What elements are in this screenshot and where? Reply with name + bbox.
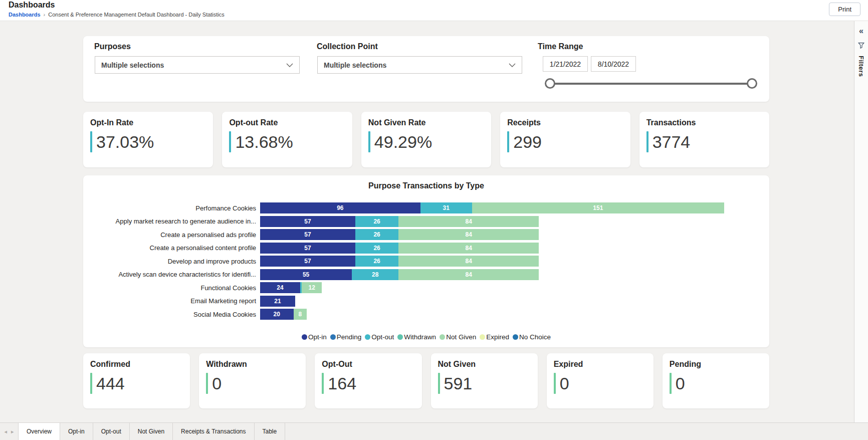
kpi-value-row: 3774 [646,131,762,152]
kpi-value: 3774 [653,131,691,152]
chart-bar-segment-opt-out[interactable]: 26 [355,229,399,240]
tab-table[interactable]: Table [255,423,286,440]
kpi-value-row: 164 [322,373,414,394]
chart-bar-segment-not-given[interactable]: 8 [294,309,307,320]
kpi-value: 591 [444,373,473,394]
chart-bar-segment-opt-in[interactable]: 57 [260,216,355,227]
kpi-label: Opt-Out [322,360,414,369]
purposes-dropdown[interactable]: Multiple selections [95,56,300,74]
kpi-value: 37.03% [96,131,154,152]
chart-bar-segment-opt-out[interactable]: 31 [420,202,472,213]
kpi-accent-bar [646,131,648,152]
breadcrumb-current: Consent & Preference Management Default … [48,12,225,18]
chart-bar-stack: 21 [260,296,761,307]
kpi-card: Opt-In Rate37.03% [83,112,213,167]
print-button[interactable]: Print [829,3,860,16]
chart-bar-segment-opt-out[interactable]: 28 [352,269,398,280]
tab-overview[interactable]: Overview [18,423,60,440]
chart-bar-segment-opt-out[interactable]: 26 [355,216,399,227]
kpi-value-row: 444 [90,373,183,394]
chart-bar-segment-not-given[interactable]: 84 [398,243,539,254]
chart-bar-segment-opt-in[interactable]: 57 [260,256,355,267]
legend-item-expired[interactable]: Expired [480,333,509,341]
chart-bar-stack: 9631151 [260,202,761,213]
legend-label: Pending [337,333,362,341]
legend-dot-icon [480,334,485,340]
kpi-card: Transactions3774 [639,112,769,167]
kpi-value: 0 [212,373,222,394]
chart-bar-segment-opt-in[interactable]: 24 [260,282,300,293]
chart-bar-segment-not-given[interactable]: 12 [302,282,322,293]
filter-bar-card: Purposes Multiple selections Collection … [83,36,769,102]
chart-legend: Opt-inPendingOpt-outWithdrawnNot GivenEx… [83,333,769,341]
tab-opt-in[interactable]: Opt-in [60,423,93,440]
time-range-slider-track[interactable] [550,83,752,85]
chart-bar-segment-not-given[interactable]: 151 [472,202,724,213]
chart-bar-segment-opt-in[interactable]: 21 [260,296,295,307]
chart-bar-segment-opt-in[interactable]: 20 [260,309,294,320]
report-canvas: Purposes Multiple selections Collection … [0,21,853,422]
time-range-slider-handle-end[interactable] [747,78,757,89]
kpi-label: Transactions [646,118,762,127]
legend-item-no-choice[interactable]: No Choice [513,333,551,341]
kpi-value: 0 [676,373,685,394]
kpi-label: Withdrawn [206,360,299,369]
chart-bar-segment-opt-in[interactable]: 96 [260,202,420,213]
chart-bar-stack: 208 [260,309,761,320]
kpi-card: Not Given Rate49.29% [361,112,491,167]
time-range-start-input[interactable]: 1/21/2022 [543,56,588,72]
kpi-accent-bar [206,373,208,394]
breadcrumb-root-link[interactable]: Dashboards [9,12,41,18]
kpi-value-row: 49.29% [368,131,484,152]
filter-funnel-icon[interactable] [858,42,864,49]
legend-item-pending[interactable]: Pending [330,333,362,341]
chart-bar-segment-not-given[interactable]: 84 [398,269,539,280]
tab-prev-icon[interactable]: ◂ [4,428,7,435]
breadcrumb: Dashboards › Consent & Preference Manage… [9,12,225,18]
legend-item-not-given[interactable]: Not Given [440,333,476,341]
chart-bar-segment-not-given[interactable]: 84 [398,256,539,267]
kpi-accent-bar [554,373,556,394]
time-range-end-input[interactable]: 8/10/2022 [591,56,636,72]
kpi-value: 49.29% [374,131,432,152]
chevron-down-icon [286,63,293,67]
chart-row: Perfomance Cookies9631151 [83,201,769,215]
tab-receipts-transactions[interactable]: Receipts & Transactions [173,423,254,440]
kpi-value: 164 [328,373,356,394]
purposes-label: Purposes [94,42,131,51]
chart-bar-segment-not-given[interactable]: 84 [398,229,539,240]
tab-next-icon[interactable]: ▸ [11,428,14,435]
chart-bar-segment-opt-in[interactable]: 57 [260,243,355,254]
kpi-accent-bar [507,131,509,152]
kpi-accent-bar [670,373,672,394]
legend-item-opt-out[interactable]: Opt-out [365,333,394,341]
chart-bar-segment-opt-in[interactable]: 57 [260,229,355,240]
chart-bar-segment-opt-out[interactable]: 26 [355,243,399,254]
legend-dot-icon [302,334,307,340]
legend-item-opt-in[interactable]: Opt-in [302,333,327,341]
purposes-dropdown-value: Multiple selections [101,61,164,69]
chart-row: Create a personalised content profile572… [83,242,769,255]
legend-label: No Choice [519,333,551,341]
legend-item-withdrawn[interactable]: Withdrawn [397,333,436,341]
kpi-card: Withdrawn0 [199,353,306,408]
chart-row: Develop and improve products572684 [83,255,769,268]
kpi-accent-bar [90,373,92,394]
time-range-slider-handle-start[interactable] [545,78,555,89]
kpi-row-bottom: Confirmed444Withdrawn0Opt-Out164Not Give… [83,353,769,408]
chart-bar-segment-opt-out[interactable]: 26 [355,256,399,267]
chart-row: Actively scan device characteristics for… [83,268,769,282]
chart-bar-segment-not-given[interactable]: 84 [398,216,539,227]
tab-opt-out[interactable]: Opt-out [93,423,130,440]
collapse-panel-icon[interactable]: « [859,27,863,35]
collection-point-dropdown[interactable]: Multiple selections [317,56,522,74]
legend-dot-icon [330,334,336,340]
kpi-label: Not Given [438,360,531,369]
tab-not-given[interactable]: Not Given [130,423,173,440]
tab-list: OverviewOpt-inOpt-outNot GivenReceipts &… [18,423,285,440]
filters-rail-label: Filters [857,56,865,77]
chart-category-label: Email Marketing report [83,297,260,305]
chart-row: Apply market research to generate audien… [83,215,769,229]
legend-label: Withdrawn [404,333,436,341]
chart-bar-segment-opt-in[interactable]: 55 [260,269,352,280]
